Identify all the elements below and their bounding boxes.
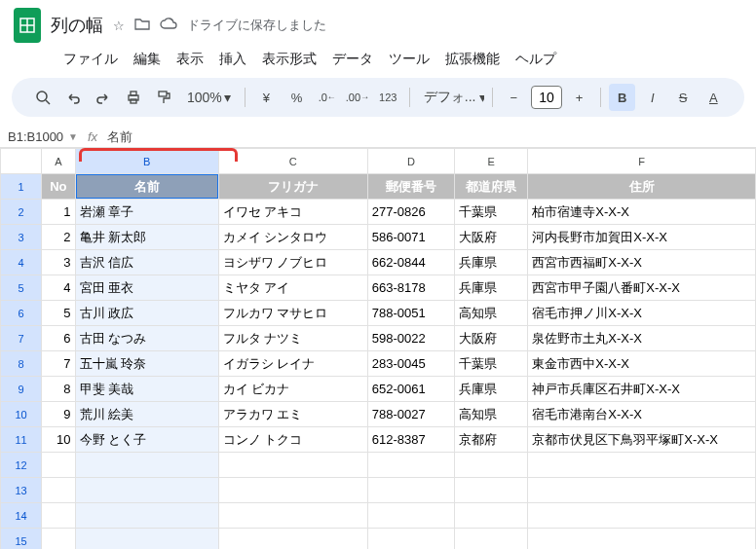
cell[interactable]: 283-0045 — [367, 351, 454, 377]
cell[interactable] — [367, 478, 454, 503]
decrease-decimal-icon[interactable]: .0← — [314, 84, 340, 111]
increase-decimal-icon[interactable]: .00→ — [344, 84, 370, 111]
name-box[interactable]: B1:B1000▼ — [8, 129, 78, 144]
menu-拡張機能[interactable]: 拡張機能 — [438, 47, 507, 72]
cell[interactable]: 東金市西中X-X-X — [528, 351, 756, 377]
doc-title[interactable]: 列の幅 — [51, 14, 103, 37]
menu-表示形式[interactable]: 表示形式 — [255, 47, 323, 72]
cell[interactable] — [367, 503, 454, 529]
row-header[interactable]: 5 — [1, 275, 42, 301]
strikethrough-button[interactable]: S — [670, 84, 697, 111]
cell[interactable]: 西宮市甲子園八番町X-X-X — [528, 275, 756, 301]
col-header-A[interactable]: A — [42, 149, 75, 174]
row-header[interactable]: 13 — [1, 478, 42, 503]
cell[interactable] — [75, 453, 218, 478]
row-header[interactable]: 7 — [1, 326, 42, 351]
font-size-decrease-icon[interactable]: − — [501, 84, 527, 111]
cell[interactable]: 652-0061 — [367, 377, 454, 402]
currency-yen-icon[interactable]: ¥ — [253, 84, 280, 111]
cell[interactable]: 7 — [42, 351, 75, 377]
cell[interactable]: アラカワ エミ — [218, 402, 367, 427]
cell[interactable]: 663-8178 — [367, 275, 454, 301]
cell[interactable]: 大阪府 — [455, 326, 528, 351]
row-header[interactable]: 3 — [1, 225, 42, 250]
cell[interactable]: イワセ アキコ — [218, 200, 367, 225]
select-all-corner[interactable] — [1, 149, 42, 174]
cell[interactable] — [455, 478, 528, 503]
cell[interactable]: 甲斐 美哉 — [75, 377, 218, 402]
cell[interactable] — [455, 453, 528, 478]
cell[interactable] — [528, 503, 756, 529]
cell[interactable]: カメイ シンタロウ — [218, 225, 367, 250]
cell[interactable] — [218, 503, 367, 529]
cell[interactable]: フリガナ — [218, 174, 367, 200]
cell[interactable]: 612-8387 — [367, 427, 454, 453]
cell[interactable]: 住所 — [528, 174, 756, 200]
cell[interactable]: カイ ビカナ — [218, 377, 367, 402]
menu-データ[interactable]: データ — [325, 47, 380, 72]
cell[interactable] — [42, 478, 75, 503]
cell[interactable]: 2 — [42, 225, 75, 250]
cell[interactable]: 9 — [42, 402, 75, 427]
cell[interactable]: 宿毛市港南台X-X-X — [528, 402, 756, 427]
cell[interactable]: No — [42, 174, 75, 200]
format-123-icon[interactable]: 123 — [375, 84, 401, 111]
col-header-E[interactable]: E — [455, 149, 528, 174]
cell[interactable] — [367, 453, 454, 478]
cell[interactable]: 598-0022 — [367, 326, 454, 351]
cell[interactable] — [218, 478, 367, 503]
cell[interactable]: 五十嵐 玲奈 — [75, 351, 218, 377]
cell[interactable]: 京都府 — [455, 427, 528, 453]
cell[interactable] — [42, 529, 75, 550]
row-header[interactable]: 8 — [1, 351, 42, 377]
cell[interactable]: 5 — [42, 301, 75, 326]
cell[interactable]: 千葉県 — [455, 200, 528, 225]
cell[interactable] — [528, 478, 756, 503]
cell[interactable]: 1 — [42, 200, 75, 225]
cell[interactable]: 神戸市兵庫区石井町X-X-X — [528, 377, 756, 402]
zoom-select[interactable]: 100% ▾ — [181, 90, 237, 105]
cloud-icon[interactable] — [160, 18, 177, 34]
percent-icon[interactable]: % — [284, 84, 310, 111]
row-header[interactable]: 1 — [1, 174, 42, 200]
cell[interactable]: 古川 政広 — [75, 301, 218, 326]
cell[interactable] — [528, 453, 756, 478]
row-header[interactable]: 10 — [1, 402, 42, 427]
redo-icon[interactable] — [90, 84, 116, 111]
print-icon[interactable] — [121, 84, 147, 111]
menu-ツール[interactable]: ツール — [382, 47, 436, 72]
cell[interactable]: 10 — [42, 427, 75, 453]
col-header-D[interactable]: D — [367, 149, 454, 174]
move-icon[interactable] — [134, 18, 150, 34]
cell[interactable] — [455, 529, 528, 550]
cell[interactable] — [528, 529, 756, 550]
menu-表示[interactable]: 表示 — [170, 47, 210, 72]
cell[interactable]: 8 — [42, 377, 75, 402]
cell[interactable]: 亀井 新太郎 — [75, 225, 218, 250]
search-icon[interactable] — [29, 84, 56, 111]
cell[interactable]: 京都市伏見区下鳥羽平塚町X-X-X — [528, 427, 756, 453]
cell[interactable]: フルカワ マサヒロ — [218, 301, 367, 326]
cell[interactable]: 大阪府 — [455, 225, 528, 250]
row-header[interactable]: 6 — [1, 301, 42, 326]
cell[interactable]: 名前 — [75, 174, 218, 200]
col-header-B[interactable]: B — [75, 149, 218, 174]
cell[interactable]: 662-0844 — [367, 250, 454, 275]
undo-icon[interactable] — [59, 84, 86, 111]
cell[interactable]: 兵庫県 — [455, 250, 528, 275]
cell[interactable] — [218, 529, 367, 550]
cell[interactable] — [218, 453, 367, 478]
cell[interactable]: 千葉県 — [455, 351, 528, 377]
row-header[interactable]: 9 — [1, 377, 42, 402]
formula-bar[interactable]: 名前 — [107, 128, 132, 146]
col-header-F[interactable]: F — [528, 149, 756, 174]
menu-編集[interactable]: 編集 — [127, 47, 168, 72]
font-size-input[interactable] — [531, 86, 562, 109]
cell[interactable]: 高知県 — [455, 402, 528, 427]
cell[interactable]: 河内長野市加賀田X-X-X — [528, 225, 756, 250]
cell[interactable] — [75, 503, 218, 529]
cell[interactable]: 6 — [42, 326, 75, 351]
menu-ヘルプ[interactable]: ヘルプ — [509, 47, 563, 72]
cell[interactable] — [42, 453, 75, 478]
row-header[interactable]: 2 — [1, 200, 42, 225]
